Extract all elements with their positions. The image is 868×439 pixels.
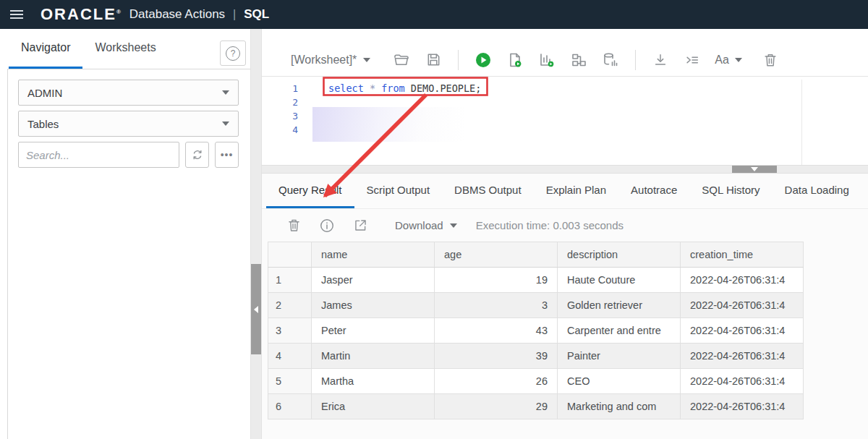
search-input[interactable] — [18, 142, 179, 168]
autotrace-icon — [570, 51, 587, 69]
cell-creation-time[interactable]: 2022-04-26T06:31:4 — [681, 394, 804, 419]
sql-statement: select * from DEMO.PEOPLE; — [328, 82, 481, 95]
chevron-down-icon — [222, 90, 229, 95]
row-number-cell[interactable]: 6 — [268, 394, 312, 419]
cell-description[interactable]: Golden retriever — [558, 293, 681, 318]
cell-age[interactable]: 3 — [435, 293, 558, 318]
cell-age[interactable]: 29 — [435, 394, 558, 419]
vertical-splitter — [250, 29, 262, 439]
cell-age[interactable]: 43 — [435, 318, 558, 344]
run-script-icon — [506, 51, 524, 69]
row-number-cell[interactable]: 4 — [268, 344, 312, 369]
help-button[interactable]: ? — [220, 41, 246, 66]
save-file-button[interactable] — [424, 51, 443, 69]
chevron-down-icon — [363, 58, 370, 62]
explain-plan-button[interactable] — [537, 51, 556, 69]
schema-select[interactable]: ADMIN — [18, 80, 239, 106]
worksheet-area: [Worksheet]* — [262, 29, 868, 439]
cell-name[interactable]: James — [312, 293, 435, 318]
sidebar: Navigator Worksheets ? ADMIN Tables — [0, 29, 250, 439]
tab-explain-plan[interactable]: Explain Plan — [534, 174, 618, 208]
column-header-rownum[interactable] — [268, 242, 312, 268]
refresh-button[interactable] — [185, 142, 209, 168]
tab-script-output[interactable]: Script Output — [354, 174, 443, 208]
format-icon — [684, 52, 700, 68]
cell-description[interactable]: Marketing and com — [558, 394, 681, 419]
info-button[interactable] — [318, 217, 336, 234]
cell-creation-time[interactable]: 2022-04-26T06:31:4 — [681, 293, 804, 318]
format-button[interactable] — [683, 51, 702, 69]
hamburger-menu-icon[interactable] — [0, 0, 33, 29]
column-header-age[interactable]: age — [435, 242, 558, 268]
cell-description[interactable]: CEO — [558, 369, 681, 394]
font-size-button[interactable]: Aa — [715, 54, 742, 67]
editor-right-edge — [801, 80, 802, 165]
sql-history-button[interactable] — [601, 51, 620, 69]
cell-description[interactable]: Painter — [558, 344, 681, 369]
explain-plan-icon — [538, 51, 556, 69]
chevron-down-icon — [450, 223, 457, 228]
cell-age[interactable]: 26 — [435, 369, 558, 394]
tab-query-result[interactable]: Query Result — [266, 174, 354, 208]
run-statement-button[interactable] — [474, 51, 493, 69]
cell-creation-time[interactable]: 2022-04-26T06:31:4 — [681, 268, 804, 293]
cell-creation-time[interactable]: 2022-04-26T06:31:4 — [681, 318, 804, 344]
chevron-down-icon — [735, 58, 742, 62]
column-header-creation-time[interactable]: creation_time — [681, 242, 804, 268]
sidebar-tabs: Navigator Worksheets ? — [0, 29, 250, 69]
table-row: 6 Erica 29 Marketing and com 2022-04-26T… — [268, 394, 804, 419]
clear-result-button[interactable] — [285, 217, 302, 234]
download-dropdown[interactable]: Download — [395, 219, 457, 231]
cell-creation-time[interactable]: 2022-04-26T06:31:4 — [681, 344, 804, 369]
cell-name[interactable]: Martha — [312, 369, 435, 394]
cell-name[interactable]: Peter — [312, 318, 435, 344]
cell-name[interactable]: Erica — [312, 394, 435, 419]
result-tabs: Query Result Script Output DBMS Output E… — [262, 174, 868, 209]
sql-editor[interactable]: 1 2 3 4 select * from DEMO.PEOPLE; — [262, 77, 868, 165]
horizontal-splitter — [262, 165, 868, 174]
table-row: 2 James 3 Golden retriever 2022-04-26T06… — [268, 293, 804, 318]
chevron-down-icon — [222, 122, 229, 126]
sql-history-icon — [602, 51, 619, 69]
row-number-cell[interactable]: 3 — [268, 318, 312, 344]
autotrace-button[interactable] — [569, 51, 588, 69]
toolbar-separator — [458, 50, 459, 70]
results-collapse-handle[interactable] — [732, 166, 777, 173]
tab-dbms-output[interactable]: DBMS Output — [442, 174, 534, 208]
open-in-new-tab-button[interactable] — [352, 217, 369, 234]
cell-name[interactable]: Jasper — [312, 268, 435, 293]
tab-worksheets[interactable]: Worksheets — [82, 29, 168, 69]
tab-data-loading[interactable]: Data Loading — [773, 174, 861, 208]
cell-description[interactable]: Haute Couture — [558, 268, 681, 293]
run-script-button[interactable] — [506, 51, 524, 69]
navigator-panel: ADMIN Tables ••• — [7, 69, 250, 439]
object-type-select-value: Tables — [27, 118, 59, 130]
cell-description[interactable]: Carpenter and entre — [558, 318, 681, 344]
run-icon — [475, 51, 492, 69]
clear-worksheet-button[interactable] — [761, 51, 780, 69]
cell-creation-time[interactable]: 2022-04-26T06:31:4 — [681, 369, 804, 394]
row-number-cell[interactable]: 2 — [268, 293, 312, 318]
row-number-cell[interactable]: 1 — [268, 268, 312, 293]
grid-header-row: name age description creation_time — [268, 242, 804, 268]
more-button[interactable]: ••• — [215, 142, 239, 168]
open-file-button[interactable] — [392, 51, 411, 69]
worksheet-title-dropdown[interactable]: [Worksheet]* — [291, 54, 370, 67]
info-icon — [319, 218, 335, 234]
cell-age[interactable]: 19 — [435, 268, 558, 293]
tab-navigator[interactable]: Navigator — [9, 29, 82, 69]
title-divider: | — [233, 8, 236, 21]
download-icon — [652, 52, 668, 68]
column-header-description[interactable]: description — [558, 242, 681, 268]
row-number-cell[interactable]: 5 — [268, 369, 312, 394]
editor-selection-highlight — [312, 107, 464, 142]
cell-name[interactable]: Martin — [312, 344, 435, 369]
download-button[interactable] — [651, 51, 670, 69]
app-name: SQL — [244, 7, 269, 22]
column-header-name[interactable]: name — [312, 242, 435, 268]
object-type-select[interactable]: Tables — [18, 111, 239, 137]
cell-age[interactable]: 39 — [435, 344, 558, 369]
sidebar-collapse-handle[interactable] — [251, 264, 261, 354]
tab-sql-history[interactable]: SQL History — [689, 174, 772, 208]
tab-autotrace[interactable]: Autotrace — [618, 174, 689, 208]
